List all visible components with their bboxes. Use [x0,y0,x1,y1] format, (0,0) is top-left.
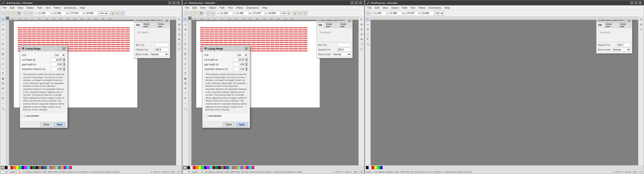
palette-lightblue-1[interactable] [58,166,61,169]
flip-h-btn-1[interactable]: ⇔ [115,11,120,16]
close-btn-1[interactable]: ✕ [176,1,180,5]
palette-navy-1[interactable] [36,166,38,169]
blend-select-3[interactable]: Normal [612,48,631,51]
view-zoom-in-3[interactable]: 🔍 [639,27,644,32]
menu-edit-1[interactable]: Edit [9,6,16,10]
palette-violet-2[interactable] [246,166,249,169]
tool-gradient-1[interactable]: ▦ [1,76,5,81]
menu-path-2[interactable]: Path [218,6,226,10]
tool-open-1[interactable]: 📂 [12,11,16,16]
p3-yellow[interactable] [374,166,377,169]
tool-node-1[interactable]: ◇ [1,22,5,27]
palette-maroon-1[interactable] [30,166,33,169]
palette-black-1[interactable] [5,166,8,169]
lock-btn-1[interactable]: 🔒 [110,11,115,16]
tab-stroke-style-1[interactable]: Stroke style [156,23,170,28]
unit-select-3[interactable]: mmpxin [434,11,444,16]
p3-blue[interactable] [380,166,382,169]
cut-length-down-1[interactable]: ▼ [63,60,66,61]
flip-v-btn-1[interactable]: ⇕ [120,11,125,16]
no-fill-swatch-2[interactable] [183,166,186,169]
sep-dist-down-2[interactable]: ▼ [245,69,248,71]
gap-length-input-1[interactable] [50,62,62,66]
tool-node-3[interactable]: ◇ [366,22,370,27]
tool-measure-1[interactable]: ↔ [1,101,5,105]
palette-blue-1[interactable] [22,166,24,169]
canvas-area-2[interactable]: -150 -100 -50 0 50 100 150 200 250 300 3… [188,17,358,165]
menu-filters-2[interactable]: Filters [235,6,244,10]
tab-fill-3[interactable]: Fill [596,23,604,28]
palette-amber-1[interactable] [61,166,64,169]
gap-length-down-2[interactable]: ▼ [245,64,248,66]
palette-purple-2[interactable] [224,166,226,169]
snap-page-2[interactable]: ⊡ [359,32,364,37]
tool-measure-2[interactable]: ↔ [183,101,188,105]
palette-mint-2[interactable] [249,166,252,169]
coord-x-input-2[interactable] [220,11,233,16]
minimize-btn-2[interactable]: ─ [350,1,354,5]
dialog-title-2[interactable]: ⚙ Living Hinge ✕ [202,46,250,51]
tool-save-2[interactable]: 💾 [199,11,204,16]
gap-length-down-1[interactable]: ▼ [63,64,66,66]
blur-input-1[interactable] [155,43,169,47]
dialog-close-btn-2[interactable]: ✕ [245,47,248,50]
snap-node-2[interactable]: ⊞ [359,22,364,27]
palette-navy-2[interactable] [218,166,221,169]
menu-object-2[interactable]: Object [207,6,218,10]
menu-object-3[interactable]: Object [390,6,400,10]
palette-yellow-2[interactable] [198,166,201,169]
palette-violet-1[interactable] [64,166,66,169]
tool-dropper-1[interactable]: ⊕ [1,86,5,91]
p3-white[interactable] [369,166,371,169]
tool-text-1[interactable]: T [1,71,5,76]
opacity-input-3[interactable] [617,43,631,47]
tool-new-2[interactable]: □ [189,11,193,16]
menu-path-1[interactable]: Path [36,6,44,10]
cut-length-input-2[interactable] [233,58,245,61]
zoom-btn-1[interactable]: 🔍 [1,107,5,111]
tool-select-3[interactable]: ↖ [366,11,371,16]
tab-fill-2[interactable]: Fill [317,23,324,28]
maximize-btn-2[interactable]: □ [355,1,358,5]
palette-rose-2[interactable] [252,166,254,169]
palette-orange-1[interactable] [13,166,16,169]
tool-callig-2[interactable]: ∿ [183,66,188,71]
menu-help-2[interactable]: Help [261,6,269,10]
palette-darkgreen-1[interactable] [33,166,36,169]
palette-black-2[interactable] [187,166,190,169]
minimize-btn-1[interactable]: ─ [168,1,172,5]
cut-length-up-2[interactable]: ▲ [245,58,248,60]
tool-rect-2[interactable]: ▭ [183,32,188,37]
tool-text-2[interactable]: T [183,71,188,76]
blend-select-1[interactable]: NormalMultiplyScreen [150,52,169,56]
tool-undo-2[interactable]: ↩ [206,11,210,16]
unit-select-1[interactable]: mmpxin [99,11,108,16]
palette-red-1[interactable] [10,166,13,169]
dialog-apply-button-2[interactable]: Apply [236,122,248,127]
menu-extensions-2[interactable]: Extensions [245,6,260,10]
tool-pen-2[interactable]: 🖊 [183,61,188,66]
close-btn-2[interactable]: ✕ [359,1,362,5]
dialog-apply-button-1[interactable]: Apply [54,122,66,127]
palette-red-2[interactable] [193,166,196,169]
palette-orange-2[interactable] [196,166,198,169]
dialog-close-btn-1[interactable]: ✕ [62,47,66,50]
palette-lightgreen-1[interactable] [55,166,58,169]
sep-dist-input-2[interactable] [233,67,245,71]
menu-filters-1[interactable]: Filters [52,6,62,10]
palette-gray-2[interactable] [232,166,235,169]
tool-redo-2[interactable]: ↪ [211,11,216,16]
menu-edit-2[interactable]: Edit [191,6,198,10]
menu-help-3[interactable]: Help [443,6,451,10]
palette-lightred-1[interactable] [52,166,55,169]
menu-path-3[interactable]: Path [400,6,409,10]
tool-arrow-3[interactable]: ↖ [366,17,370,22]
tab-stroke-paint-1[interactable]: Stroke paint [142,23,156,28]
snap-node-3[interactable]: ⊞ [639,22,644,27]
view-zoom-out-2[interactable]: 🔎 [359,47,364,51]
view-zoom-out-1[interactable]: 🔎 [177,47,182,51]
snap-bbox-1[interactable]: ⊟ [177,27,182,32]
lock-btn-2[interactable]: 🔒 [292,11,297,16]
tool-dropper-2[interactable]: ⊕ [183,86,188,91]
coord-y-input-3[interactable] [389,11,402,16]
